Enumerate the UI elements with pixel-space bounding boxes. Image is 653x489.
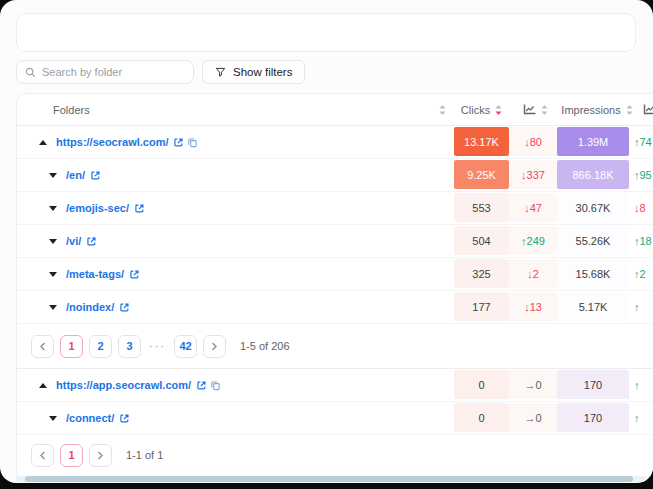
summary-card xyxy=(16,13,636,52)
impressions-delta-cell: ↑74 xyxy=(629,127,653,156)
show-filters-label: Show filters xyxy=(233,66,292,78)
page-button-1[interactable]: 1 xyxy=(60,444,83,467)
page-button-1[interactable]: 1 xyxy=(60,335,83,358)
sort-icon[interactable] xyxy=(541,105,548,115)
clicks-delta-cell: ↓337 xyxy=(509,160,557,189)
page-button-3[interactable]: 3 xyxy=(118,335,141,358)
page-buttons: 1 xyxy=(60,444,83,467)
search-box[interactable] xyxy=(16,60,194,84)
sort-icon[interactable] xyxy=(626,105,633,115)
impressions-delta-cell: ↑95 xyxy=(629,160,653,189)
clicks-column-label: Clicks xyxy=(461,104,490,116)
folder-cell: /meta-tags/ xyxy=(17,258,454,290)
pagination-row: 1 1-1 of 1 xyxy=(17,435,653,475)
impressions-delta-cell: ↑ xyxy=(629,370,653,399)
clicks-delta-cell: →0 xyxy=(509,370,557,399)
impressions-cell: 55.26K xyxy=(557,226,629,255)
clicks-delta-cell: ↓13 xyxy=(509,292,557,321)
table-header-row: Folders Clicks Impressions xyxy=(17,94,653,126)
impressions-cell: 1.39M xyxy=(557,127,629,156)
table-row: /noindex/ 177 ↓13 5.17K ↑ xyxy=(17,291,653,324)
folder-link[interactable]: /noindex/ xyxy=(66,301,114,313)
external-link-icon[interactable] xyxy=(119,302,130,313)
expander-toggle-icon[interactable] xyxy=(49,173,57,178)
external-link-icon[interactable] xyxy=(86,236,97,247)
folder-link[interactable]: /meta-tags/ xyxy=(66,268,124,280)
clicks-cell: 504 xyxy=(454,226,509,255)
folder-link[interactable]: /connect/ xyxy=(66,412,114,424)
impressions-delta-cell: ↓8 xyxy=(629,193,653,222)
filter-funnel-icon xyxy=(215,67,226,78)
folder-cell: /connect/ xyxy=(17,402,454,434)
external-link-icon[interactable] xyxy=(119,413,130,424)
folder-cell: /vi/ xyxy=(17,225,454,257)
expander-toggle-icon[interactable] xyxy=(49,305,57,310)
impressions-cell: 866.18K xyxy=(557,160,629,189)
external-link-icon[interactable] xyxy=(129,269,140,280)
table-row: https://seocrawl.com/ 13.17K ↓80 1.39M ↑… xyxy=(17,126,653,159)
folders-table: Folders Clicks Impressions xyxy=(16,93,653,482)
external-link-icon[interactable] xyxy=(90,170,101,181)
folder-link[interactable]: https://app.seocrawl.com/ xyxy=(56,379,191,391)
sort-icon[interactable] xyxy=(439,105,446,115)
expander-toggle-icon[interactable] xyxy=(49,206,57,211)
app-window: Show filters Folders Clicks xyxy=(0,0,653,483)
prev-page-button[interactable] xyxy=(31,335,54,358)
folder-link[interactable]: /emojis-sec/ xyxy=(66,202,129,214)
search-input[interactable] xyxy=(42,66,185,78)
pagination-ellipsis: ··· xyxy=(149,340,166,352)
clicks-cell: 177 xyxy=(454,292,509,321)
pagination-summary: 1-1 of 1 xyxy=(126,449,163,461)
pagination-summary: 1-5 of 206 xyxy=(240,340,290,352)
table-row: /meta-tags/ 325 ↓2 15.68K ↑2 xyxy=(17,258,653,291)
table-row: /connect/ 0 →0 170 ↑ xyxy=(17,402,653,435)
clicks-cell: 553 xyxy=(454,193,509,222)
table-row: https://app.seocrawl.com/ 0 →0 170 ↑ xyxy=(17,369,653,402)
folder-link[interactable]: /vi/ xyxy=(66,235,81,247)
page-button-42[interactable]: 42 xyxy=(174,335,197,358)
show-filters-button[interactable]: Show filters xyxy=(202,60,305,84)
expander-toggle-icon[interactable] xyxy=(39,140,47,145)
clicks-cell: 325 xyxy=(454,259,509,288)
expander-toggle-icon[interactable] xyxy=(49,239,57,244)
copy-icon[interactable] xyxy=(187,137,198,148)
impressions-cell: 5.17K xyxy=(557,292,629,321)
folder-cell: /noindex/ xyxy=(17,291,454,323)
copy-icon[interactable] xyxy=(210,380,221,391)
folder-link[interactable]: /en/ xyxy=(66,169,85,181)
impressions-delta-cell: ↑2 xyxy=(629,259,653,288)
expander-toggle-icon[interactable] xyxy=(49,416,57,421)
table-row: /emojis-sec/ 553 ↓47 30.67K ↓8 xyxy=(17,192,653,225)
expander-toggle-icon[interactable] xyxy=(39,383,47,388)
impressions-delta-cell: ↑ xyxy=(629,292,653,321)
impressions-delta-cell: ↑18 xyxy=(629,226,653,255)
impressions-cell: 170 xyxy=(557,370,629,399)
external-link-icon[interactable] xyxy=(173,137,184,148)
next-page-button[interactable] xyxy=(89,444,112,467)
horizontal-scrollbar-track xyxy=(16,476,647,482)
next-page-button[interactable] xyxy=(203,335,226,358)
clicks-cell: 0 xyxy=(454,403,509,432)
external-link-icon[interactable] xyxy=(196,380,207,391)
impressions-cell: 30.67K xyxy=(557,193,629,222)
search-icon xyxy=(25,67,36,78)
expander-toggle-icon[interactable] xyxy=(49,272,57,277)
page-button-2[interactable]: 2 xyxy=(89,335,112,358)
horizontal-scrollbar-thumb[interactable] xyxy=(25,476,633,482)
trend-chart-icon xyxy=(643,104,653,115)
folder-cell: /en/ xyxy=(17,159,454,191)
table-body: https://seocrawl.com/ 13.17K ↓80 1.39M ↑… xyxy=(17,126,653,475)
folders-column-label: Folders xyxy=(53,104,90,116)
clicks-delta-cell: ↓80 xyxy=(509,127,557,156)
clicks-delta-cell: ↑249 xyxy=(509,226,557,255)
clicks-cell: 9.25K xyxy=(454,160,509,189)
prev-page-button[interactable] xyxy=(31,444,54,467)
external-link-icon[interactable] xyxy=(134,203,145,214)
clicks-cell: 13.17K xyxy=(454,127,509,156)
folder-cell: /emojis-sec/ xyxy=(17,192,454,224)
table-row: /en/ 9.25K ↓337 866.18K ↑95 xyxy=(17,159,653,192)
impressions-column-label: Impressions xyxy=(561,104,620,116)
trend-chart-icon xyxy=(523,104,536,115)
sort-icon-active-desc[interactable] xyxy=(495,105,502,115)
folder-link[interactable]: https://seocrawl.com/ xyxy=(56,136,168,148)
